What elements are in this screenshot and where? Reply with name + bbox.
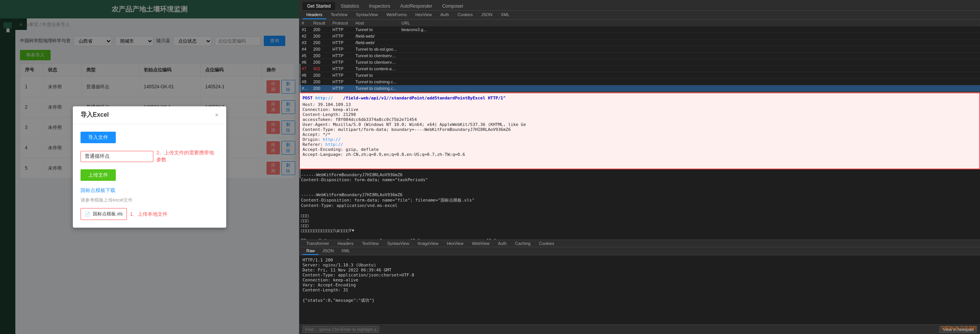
modal-body: 导入文件 2、上传文件的需要携带地参数 上传文件 国标点模板下载 请参考模板上传… xyxy=(73,124,226,228)
network-row[interactable]: #1 200 HTTP Tunnel to beacons3.g... xyxy=(299,26,980,33)
network-row[interactable]: #3 200 HTTP /field-web/ xyxy=(299,40,980,46)
modal-file-display: 📄 国标点模板.xls xyxy=(81,208,127,220)
btab-imageview[interactable]: ImageView xyxy=(414,240,442,247)
network-list-header: # Result Protocol Host URL xyxy=(299,20,980,26)
btab-auth[interactable]: Auth xyxy=(494,240,511,247)
subtab-headers[interactable]: Headers xyxy=(303,11,326,19)
modal-annotation-2: 1、上传本地文件 xyxy=(130,211,168,218)
raw-tab-xml[interactable]: XML xyxy=(337,247,354,255)
btab-hexview[interactable]: HexView xyxy=(443,240,467,247)
modal-header: 导入Excel × xyxy=(73,106,226,124)
subtab-xml[interactable]: XML xyxy=(497,11,513,19)
network-row[interactable]: #7 502 HTTP Tunnel to content-au... xyxy=(299,66,980,72)
file-icon: 📄 xyxy=(85,212,90,217)
modal-close-btn[interactable]: × xyxy=(215,112,219,119)
modal-import-file-btn[interactable]: 导入文件 xyxy=(81,132,116,143)
btab-textview[interactable]: TextView xyxy=(358,240,383,247)
btab-headers[interactable]: Headers xyxy=(334,240,358,247)
csdn-watermark: CSDN @ 三千花灯 xyxy=(942,325,977,331)
request-upper-content: POST http:// /field-web/api/v1//standard… xyxy=(299,93,980,169)
subtab-hexview[interactable]: HexView xyxy=(411,11,436,19)
raw-tabs: Raw JSON XML xyxy=(299,247,980,255)
tab-composer[interactable]: Composer xyxy=(437,2,468,10)
find-bar: View in Notepad xyxy=(299,324,980,334)
right-panel: Get Started Statistics Inspectors AutoRe… xyxy=(299,0,980,334)
modal-file-name: 国标点模板.xls xyxy=(93,211,123,217)
btab-webview[interactable]: WebView xyxy=(468,240,493,247)
import-excel-modal: 导入Excel × 导入文件 2、上传文件的需要携带地参数 上传文件 国标点模板… xyxy=(73,106,226,228)
modal-title: 导入Excel xyxy=(81,111,109,119)
network-row[interactable]: #9 200 HTTP Tunnel to csdnimg.c... xyxy=(299,79,980,85)
find-input[interactable] xyxy=(303,326,379,333)
network-row[interactable]: #5 200 HTTP Tunnel to clientservic... xyxy=(299,53,980,59)
template-download-link[interactable]: 国标点模板下载 xyxy=(81,187,219,194)
btab-caching[interactable]: Caching xyxy=(511,240,534,247)
network-row[interactable]: #8 200 HTTP Tunnel to xyxy=(299,72,980,79)
subtab-auth[interactable]: Auth xyxy=(437,11,453,19)
subtab-cookies[interactable]: Cookies xyxy=(454,11,477,19)
btab-cookies[interactable]: Cookies xyxy=(535,240,558,247)
network-row[interactable]: #2 200 HTTP /field-web/ xyxy=(299,33,980,40)
modal-file-row: 📄 国标点模板.xls 1、上传本地文件 xyxy=(81,208,219,220)
subtab-syntaxview[interactable]: SyntaxView xyxy=(352,11,381,19)
raw-tab-json[interactable]: JSON xyxy=(319,247,337,255)
modal-type-input[interactable] xyxy=(81,151,153,162)
btab-transformer[interactable]: Transformer xyxy=(303,240,333,247)
sub-tabs: Headers TextView SyntaxView WebForms Hex… xyxy=(299,11,980,20)
raw-tab-raw[interactable]: Raw xyxy=(303,247,319,255)
bottom-tabs: Transformer Headers TextView SyntaxView … xyxy=(299,240,980,247)
subtab-webforms[interactable]: WebForms xyxy=(383,11,411,19)
btab-syntaxview[interactable]: SyntaxView xyxy=(383,240,413,247)
tab-inspectors[interactable]: Inspectors xyxy=(364,2,395,10)
tab-statistics[interactable]: Statistics xyxy=(336,2,363,10)
request-panel: POST http:// /field-web/api/v1//standard… xyxy=(299,93,980,334)
tab-get-started[interactable]: Get Started xyxy=(303,2,335,10)
network-row[interactable]: #4 200 HTTP Tunnel to sb-ssl.goo... xyxy=(299,46,980,53)
modal-annotation-1: 2、上传文件的需要携带地参数 xyxy=(156,149,219,163)
subtab-textview[interactable]: TextView xyxy=(327,11,352,19)
modal-upload-btn[interactable]: 上传文件 xyxy=(81,169,116,181)
network-list: # Result Protocol Host URL #1 200 HTTP T… xyxy=(299,20,980,93)
response-content: HTTP/1.1 200 Server: nginx/1.10.3 (Ubunt… xyxy=(299,255,980,324)
modal-hint: 请参考模板上传excel文件 xyxy=(81,197,219,203)
top-tabs: Get Started Statistics Inspectors AutoRe… xyxy=(299,0,980,11)
modal-overlay: 导入Excel × 导入文件 2、上传文件的需要携带地参数 上传文件 国标点模板… xyxy=(0,0,299,334)
modal-input-row: 2、上传文件的需要携带地参数 xyxy=(81,149,219,163)
network-row[interactable]: #6 200 HTTP Tunnel to clientservic... xyxy=(299,59,980,66)
subtab-json[interactable]: JSON xyxy=(477,11,496,19)
network-row-selected[interactable]: #10 200 HTTP Tunnel to csdnimg.c... xyxy=(299,85,980,92)
tab-autoresponder[interactable]: AutoResponder xyxy=(396,2,437,10)
request-lower-content: ------WebKitFormBoundaryJ7HI8RLAoV936mZ6… xyxy=(299,171,980,240)
